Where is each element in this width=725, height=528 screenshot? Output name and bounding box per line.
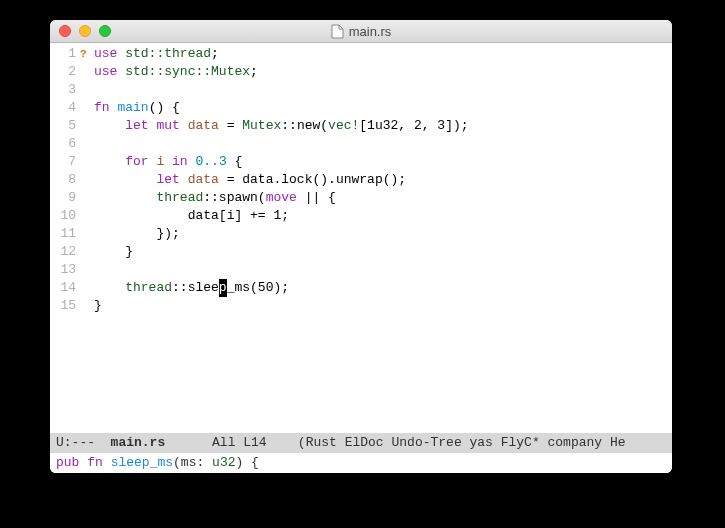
code-line[interactable]: 1 ? use std::thread; (50, 45, 672, 63)
code-line[interactable]: 4 fn main() { (50, 99, 672, 117)
line-number: 10 (50, 207, 80, 225)
editor-body: 1 ? use std::thread; 2 use std::sync::Mu… (50, 43, 672, 473)
traffic-lights (50, 25, 111, 37)
editor-window: main.rs 1 ? use std::thread; 2 use std::… (50, 20, 672, 473)
buffer-name: main.rs (111, 435, 166, 450)
text-cursor: p (219, 279, 227, 297)
line-number: 15 (50, 297, 80, 315)
line-number: 3 (50, 81, 80, 99)
code-line[interactable]: 5 let mut data = Mutex::new(vec![1u32, 2… (50, 117, 672, 135)
line-number: 4 (50, 99, 80, 117)
window-title: main.rs (50, 24, 672, 39)
code-area[interactable]: 1 ? use std::thread; 2 use std::sync::Mu… (50, 43, 672, 433)
line-number: 5 (50, 117, 80, 135)
line-number: 1 (50, 45, 80, 63)
title-text: main.rs (349, 24, 392, 39)
code-line[interactable]: 15 } (50, 297, 672, 315)
code-line[interactable]: 3 (50, 81, 672, 99)
line-number: 2 (50, 63, 80, 81)
minibuffer: pub fn sleep_ms(ms: u32) { (50, 453, 672, 473)
code-line[interactable]: 13 (50, 261, 672, 279)
code-line[interactable]: 9 thread::spawn(move || { (50, 189, 672, 207)
line-number: 13 (50, 261, 80, 279)
code-line[interactable]: 11 }); (50, 225, 672, 243)
warning-marker-icon[interactable]: ? (80, 45, 94, 63)
line-number: 6 (50, 135, 80, 153)
maximize-button[interactable] (99, 25, 111, 37)
code-line[interactable]: 2 use std::sync::Mutex; (50, 63, 672, 81)
code-line[interactable]: 6 (50, 135, 672, 153)
line-number: 9 (50, 189, 80, 207)
code-line[interactable]: 8 let data = data.lock().unwrap(); (50, 171, 672, 189)
titlebar: main.rs (50, 20, 672, 43)
close-button[interactable] (59, 25, 71, 37)
line-number: 7 (50, 153, 80, 171)
position-indicator: All L14 (212, 435, 267, 450)
code-line[interactable]: 7 for i in 0..3 { (50, 153, 672, 171)
mode-indicators: (Rust ElDoc Undo-Tree yas FlyC* company … (298, 435, 626, 450)
code-line[interactable]: 10 data[i] += 1; (50, 207, 672, 225)
code-line[interactable]: 12 } (50, 243, 672, 261)
code-line[interactable]: 14 thread::sleep_ms(50); (50, 279, 672, 297)
line-number: 11 (50, 225, 80, 243)
minimize-button[interactable] (79, 25, 91, 37)
line-number: 8 (50, 171, 80, 189)
line-number: 12 (50, 243, 80, 261)
line-number: 14 (50, 279, 80, 297)
file-icon (331, 24, 344, 39)
modeline: U:--- main.rs All L14 (Rust ElDoc Undo-T… (50, 433, 672, 453)
